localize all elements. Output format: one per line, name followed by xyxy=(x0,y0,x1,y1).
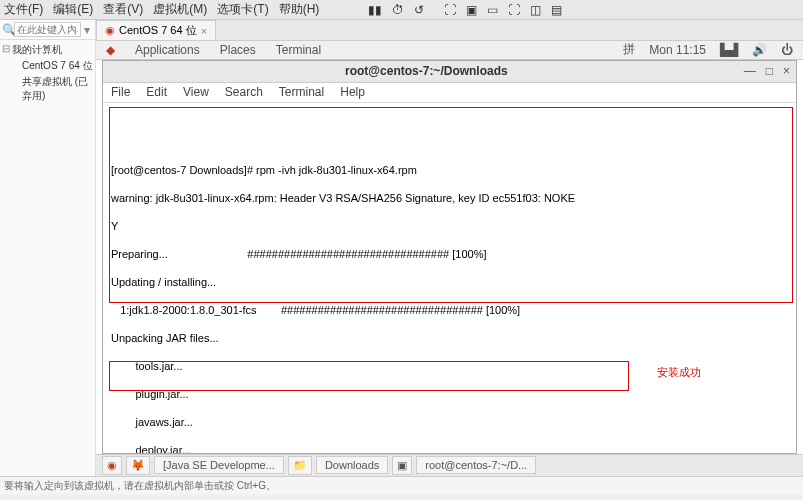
power-icon[interactable]: ⏻ xyxy=(781,43,793,57)
taskbar-files-icon[interactable]: 📁 xyxy=(288,456,312,475)
minimize-icon[interactable]: — xyxy=(744,64,756,78)
menu-tabs[interactable]: 选项卡(T) xyxy=(217,1,268,18)
term-line: 1:jdk1.8-2000:1.8.0_301-fcs ############… xyxy=(111,303,788,317)
gnome-topbar: ◆ Applications Places Terminal 拼 Mon 11:… xyxy=(96,41,803,60)
close-icon[interactable]: × xyxy=(201,25,207,37)
menu-edit[interactable]: 编辑(E) xyxy=(53,1,93,18)
term-line: javaws.jar... xyxy=(111,415,788,429)
terminal-body[interactable]: 安装成功 [root@centos-7 Downloads]# rpm -ivh… xyxy=(103,103,796,453)
net-icon[interactable]: ▤ xyxy=(551,3,562,17)
taskbar-terminal[interactable]: root@centos-7:~/D... xyxy=(416,456,536,474)
unity-icon[interactable]: ▣ xyxy=(466,3,477,17)
present-icon[interactable]: ▭ xyxy=(487,3,498,17)
term-line: [root@centos-7 Downloads]# rpm -ivh jdk-… xyxy=(111,163,788,177)
term-line: Preparing... ###########################… xyxy=(111,247,788,261)
vm-tab-centos[interactable]: ◉ CentOS 7 64 位 × xyxy=(96,20,216,40)
clock[interactable]: Mon 11:15 xyxy=(649,43,706,57)
status-text: 要将输入定向到该虚拟机，请在虚拟机内部单击或按 Ctrl+G。 xyxy=(4,479,276,493)
close-window-icon[interactable]: × xyxy=(783,64,790,78)
term-line: Updating / installing... xyxy=(111,275,788,289)
term-line: warning: jdk-8u301-linux-x64.rpm: Header… xyxy=(111,191,788,205)
menu-help[interactable]: 帮助(H) xyxy=(279,1,320,18)
term-line: deploy.jar... xyxy=(111,443,788,453)
centos-icon: ◉ xyxy=(105,24,115,37)
menu-terminal[interactable]: Terminal xyxy=(276,43,321,57)
revert-icon[interactable]: ↺ xyxy=(414,3,424,17)
annotation-text: 安装成功 xyxy=(657,365,701,379)
menu-places[interactable]: Places xyxy=(220,43,256,57)
maximize-icon[interactable]: □ xyxy=(766,64,773,78)
menu-vm[interactable]: 虚拟机(M) xyxy=(153,1,207,18)
annotation-box-install xyxy=(109,107,793,303)
fit-icon[interactable]: ⛶ xyxy=(508,3,520,17)
term-menu-help[interactable]: Help xyxy=(340,85,365,99)
taskbar-downloads[interactable]: Downloads xyxy=(316,456,388,474)
taskbar-firefox[interactable]: [Java SE Developme... xyxy=(154,456,284,474)
pause-icon[interactable]: ▮▮ xyxy=(368,3,382,17)
vm-tab-label: CentOS 7 64 位 xyxy=(119,23,197,38)
tree-item-shared[interactable]: 共享虚拟机 (已弃用) xyxy=(2,74,93,104)
activities-icon[interactable]: ◆ xyxy=(106,43,115,57)
disk-icon[interactable]: ◫ xyxy=(530,3,541,17)
volume-icon[interactable]: 🔊 xyxy=(752,43,767,57)
network-icon[interactable]: ▙▟ xyxy=(720,43,738,57)
search-icon: 🔍 xyxy=(2,23,14,37)
sidebar-search: 🔍 ▾ xyxy=(0,20,95,40)
search-input[interactable] xyxy=(14,22,81,37)
taskbar-firefox-icon[interactable]: 🦊 xyxy=(126,456,150,475)
vm-tabs: ◉ CentOS 7 64 位 × xyxy=(96,20,803,41)
dropdown-icon[interactable]: ▾ xyxy=(81,23,93,37)
tree-item-centos[interactable]: CentOS 7 64 位 xyxy=(2,58,93,74)
tree-root[interactable]: 我的计算机 xyxy=(2,42,93,58)
vm-tree: 我的计算机 CentOS 7 64 位 共享虚拟机 (已弃用) xyxy=(0,40,95,106)
gnome-taskbar: ◉ 🦊 [Java SE Developme... 📁 Downloads ▣ … xyxy=(96,454,803,476)
taskbar-terminal-icon[interactable]: ▣ xyxy=(392,456,412,475)
terminal-title: root@centos-7:~/Downloads xyxy=(109,64,744,78)
terminal-menubar: File Edit View Search Terminal Help xyxy=(103,83,796,103)
term-line: Unpacking JAR files... xyxy=(111,331,788,345)
term-menu-terminal[interactable]: Terminal xyxy=(279,85,324,99)
snapshot-icon[interactable]: ⏱ xyxy=(392,3,404,17)
host-menubar: 文件(F) 编辑(E) 查看(V) 虚拟机(M) 选项卡(T) 帮助(H) ▮▮… xyxy=(0,0,803,20)
fullscreen-icon[interactable]: ⛶ xyxy=(444,3,456,17)
vm-area: ◉ CentOS 7 64 位 × ◆ Applications Places … xyxy=(96,20,803,476)
term-line: Y xyxy=(111,219,788,233)
term-menu-file[interactable]: File xyxy=(111,85,130,99)
menu-view[interactable]: 查看(V) xyxy=(103,1,143,18)
term-menu-edit[interactable]: Edit xyxy=(146,85,167,99)
menu-applications[interactable]: Applications xyxy=(135,43,200,57)
terminal-titlebar: root@centos-7:~/Downloads — □ × xyxy=(103,61,796,83)
ime-indicator[interactable]: 拼 xyxy=(623,41,635,58)
term-line: plugin.jar... xyxy=(111,387,788,401)
menu-file[interactable]: 文件(F) xyxy=(4,1,43,18)
term-menu-view[interactable]: View xyxy=(183,85,209,99)
host-statusbar: 要将输入定向到该虚拟机，请在虚拟机内部单击或按 Ctrl+G。 xyxy=(0,476,803,494)
sidebar: 🔍 ▾ 我的计算机 CentOS 7 64 位 共享虚拟机 (已弃用) xyxy=(0,20,96,476)
taskbar-logo[interactable]: ◉ xyxy=(102,456,122,475)
terminal-window: root@centos-7:~/Downloads — □ × File Edi… xyxy=(102,60,797,454)
term-menu-search[interactable]: Search xyxy=(225,85,263,99)
